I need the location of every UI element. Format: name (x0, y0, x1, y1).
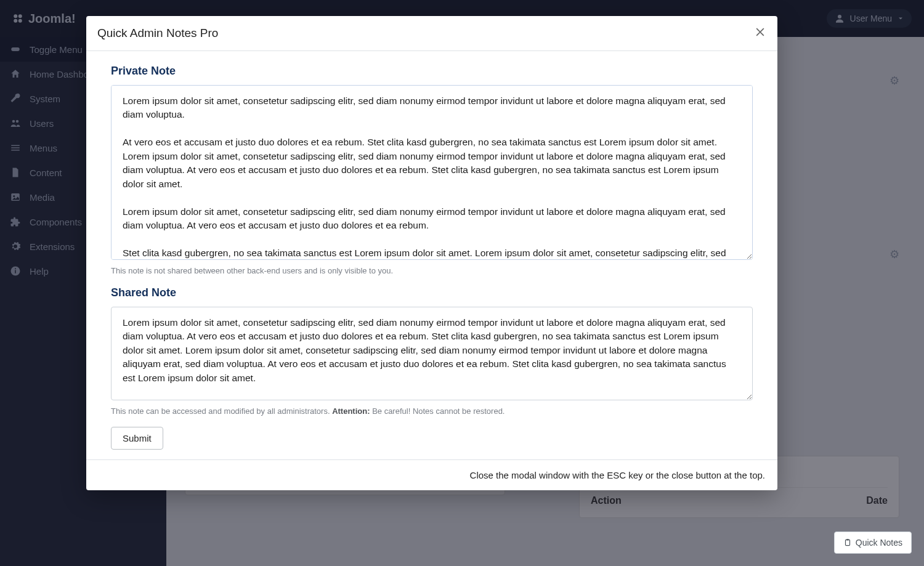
svg-rect-13 (845, 540, 849, 545)
shared-helper-suffix: Be careful! Notes cannot be restored. (370, 406, 505, 416)
close-icon (754, 26, 766, 38)
private-note-helper: This note is not shared between other ba… (111, 266, 753, 275)
modal-header: Quick Admin Notes Pro (86, 16, 777, 51)
submit-button[interactable]: Submit (111, 427, 163, 450)
private-note-textarea[interactable] (111, 85, 753, 260)
close-button[interactable] (754, 26, 766, 41)
shared-note-helper: This note can be accessed and modified b… (111, 406, 753, 416)
modal-footer: Close the modal window with the ESC key … (86, 459, 777, 490)
quick-admin-notes-modal: Quick Admin Notes Pro Private Note This … (86, 16, 777, 490)
shared-note-textarea[interactable] (111, 307, 753, 400)
shared-helper-strong: Attention: (332, 406, 370, 416)
private-note-label: Private Note (111, 65, 753, 78)
shared-note-label: Shared Note (111, 286, 753, 299)
svg-rect-14 (846, 539, 849, 540)
clipboard-icon (843, 538, 852, 547)
modal-title: Quick Admin Notes Pro (97, 26, 218, 40)
quick-notes-button[interactable]: Quick Notes (834, 532, 912, 554)
quick-notes-label: Quick Notes (856, 538, 902, 548)
modal-body: Private Note This note is not shared bet… (86, 51, 777, 459)
shared-helper-prefix: This note can be accessed and modified b… (111, 406, 332, 416)
